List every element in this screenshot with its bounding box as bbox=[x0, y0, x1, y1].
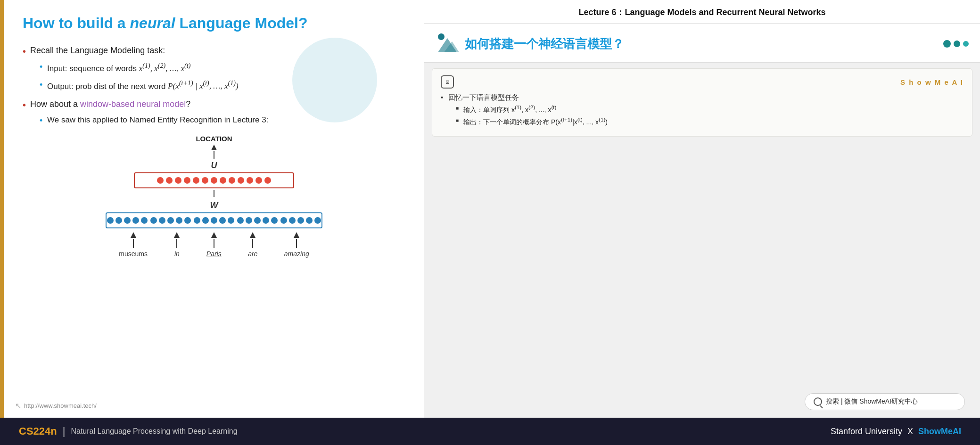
sub-bullet-1-2: Output: prob dist of the next word P(x(t… bbox=[40, 78, 405, 94]
red-dot bbox=[238, 177, 244, 184]
red-dot bbox=[211, 177, 217, 184]
showmeai-box-header: ⊡ S h o w M e A I bbox=[441, 75, 964, 89]
search-icon bbox=[814, 397, 822, 406]
slide-panel: How to build a neural Language Model? Re… bbox=[0, 0, 424, 418]
teal-dots bbox=[943, 40, 969, 48]
word-text-are: are bbox=[248, 250, 257, 258]
teal-dot-large bbox=[943, 40, 951, 48]
slide-footer-link: ↖ http://www.showmeai.tech/ bbox=[15, 401, 97, 410]
blue-group-1 bbox=[107, 217, 148, 224]
translation-section: 如何搭建一个神经语言模型？ bbox=[424, 24, 980, 63]
search-bar[interactable]: 搜索 | 微信 ShowMeAI研究中心 bbox=[805, 393, 965, 410]
svg-point-0 bbox=[438, 33, 445, 40]
blue-group-4 bbox=[237, 217, 278, 224]
arrow-line-w bbox=[214, 190, 214, 197]
cn-sub-1-2: 输出：下一个单词的概率分布 P(x(t+1)|x(t), ..., x(1)) bbox=[456, 116, 964, 127]
blue-group-2 bbox=[150, 217, 191, 224]
red-dot bbox=[184, 177, 190, 184]
teal-dot-small bbox=[963, 41, 969, 47]
word-label-amazing: amazing bbox=[284, 232, 309, 258]
cn-bullet-text-1: 回忆一下语言模型任务 bbox=[448, 93, 519, 101]
word-text-paris: Paris bbox=[206, 250, 222, 258]
blue-group-5 bbox=[280, 217, 321, 224]
slide-title-italic: neural bbox=[130, 15, 175, 32]
bullet-text-1: Recall the Language Modeling task: bbox=[30, 46, 165, 55]
blue-box bbox=[106, 212, 322, 228]
red-dot bbox=[157, 177, 164, 184]
showmeai-brand: S h o w M e A I bbox=[900, 78, 964, 86]
sub-bullet-list-1: Input: sequence of words x(1), x(2), …, … bbox=[30, 60, 405, 93]
word-text-in: in bbox=[174, 250, 180, 258]
footer-x-symbol: X bbox=[907, 427, 915, 436]
nn-diagram: LOCATION U W bbox=[23, 135, 405, 258]
slide-title: How to build a neural Language Model? bbox=[23, 14, 405, 32]
footer-description: Natural Language Processing with Deep Le… bbox=[71, 427, 237, 436]
cn-sub-1-1: 输入：单词序列 x(1), x(2), ..., x(t) bbox=[456, 104, 964, 114]
word-label-paris: Paris bbox=[206, 232, 222, 258]
blue-group-3 bbox=[194, 217, 234, 224]
mountain-icon-wrapper bbox=[436, 31, 459, 57]
ai-icon: ⊡ bbox=[441, 75, 454, 89]
red-dot bbox=[247, 177, 253, 184]
slide-title-part2: Language Model? bbox=[175, 15, 308, 32]
showmeai-box: ⊡ S h o w M e A I 回忆一下语言模型任务 输入：单词序列 x(1… bbox=[432, 68, 972, 136]
bullet-list: Recall the Language Modeling task: Input… bbox=[23, 43, 405, 127]
slide-title-part1: How to build a bbox=[23, 15, 130, 32]
red-dot bbox=[255, 177, 262, 184]
word-text-amazing: amazing bbox=[284, 250, 309, 258]
footer-bar: CS224n | Natural Language Processing wit… bbox=[0, 418, 980, 445]
lecture-title: Lecture 6：Language Models and Recurrent … bbox=[436, 7, 969, 18]
arrow-line-u bbox=[214, 151, 214, 159]
footer-left: CS224n | Natural Language Processing wit… bbox=[19, 425, 238, 437]
u-label: U bbox=[211, 161, 217, 170]
red-box bbox=[134, 172, 294, 188]
lecture-header: Lecture 6：Language Models and Recurrent … bbox=[424, 0, 980, 24]
teal-dot-medium bbox=[954, 40, 960, 47]
footer-university: Stanford University bbox=[831, 427, 902, 436]
location-label: LOCATION bbox=[196, 135, 232, 143]
footer-right: Stanford University X ShowMeAI bbox=[831, 427, 961, 437]
search-label: 搜索 | 微信 ShowMeAI研究中心 bbox=[826, 397, 918, 406]
word-label-in: in bbox=[174, 232, 180, 258]
sub-bullet-1-1: Input: sequence of words x(1), x(2), …, … bbox=[40, 60, 405, 76]
red-dot bbox=[202, 177, 208, 184]
chinese-title: 如何搭建一个神经语言模型？ bbox=[465, 36, 624, 52]
cursor-icon: ↖ bbox=[15, 401, 21, 410]
footer-course: CS224n bbox=[19, 425, 57, 437]
cn-sub-list-1: 输入：单词序列 x(1), x(2), ..., x(t) 输出：下一个单词的概… bbox=[448, 104, 964, 126]
red-dot bbox=[175, 177, 181, 184]
cn-bullet-1: 回忆一下语言模型任务 输入：单词序列 x(1), x(2), ..., x(t)… bbox=[441, 93, 964, 126]
ai-icon-text: ⊡ bbox=[445, 80, 449, 85]
right-panel: Lecture 6：Language Models and Recurrent … bbox=[424, 0, 980, 418]
red-dot bbox=[220, 177, 226, 184]
red-dot bbox=[264, 177, 271, 184]
red-dot bbox=[229, 177, 235, 184]
mountain-icon bbox=[436, 31, 459, 55]
red-dot bbox=[166, 177, 173, 184]
sub-bullet-list-2: We saw this applied to Named Entity Reco… bbox=[30, 113, 405, 127]
footer-divider: | bbox=[63, 425, 66, 437]
bullet-item-1: Recall the Language Modeling task: Input… bbox=[23, 43, 405, 93]
footer-link-text: http://www.showmeai.tech/ bbox=[24, 402, 97, 409]
word-text-museums: museums bbox=[119, 250, 148, 258]
arrow-head-up bbox=[211, 145, 217, 150]
w-label: W bbox=[210, 201, 218, 210]
word-labels: museums in Paris are bbox=[106, 232, 322, 258]
red-dot bbox=[193, 177, 199, 184]
window-based-text: window-based neural model bbox=[80, 99, 186, 109]
bullet-item-2: How about a window-based neural model? W… bbox=[23, 97, 405, 127]
sub-bullet-2-1: We saw this applied to Named Entity Reco… bbox=[40, 113, 405, 127]
search-bar-wrapper: 搜索 | 微信 ShowMeAI研究中心 bbox=[797, 393, 972, 410]
math-input: x(1), x(2), …, x(t) bbox=[139, 64, 191, 73]
word-label-are: are bbox=[248, 232, 257, 258]
cn-bullet-list: 回忆一下语言模型任务 输入：单词序列 x(1), x(2), ..., x(t)… bbox=[441, 93, 964, 126]
word-label-museums: museums bbox=[119, 232, 148, 258]
math-output: P(x(t+1) | x(t), …, x(1)) bbox=[168, 81, 239, 90]
footer-showmeai: ShowMeAI bbox=[918, 427, 961, 436]
